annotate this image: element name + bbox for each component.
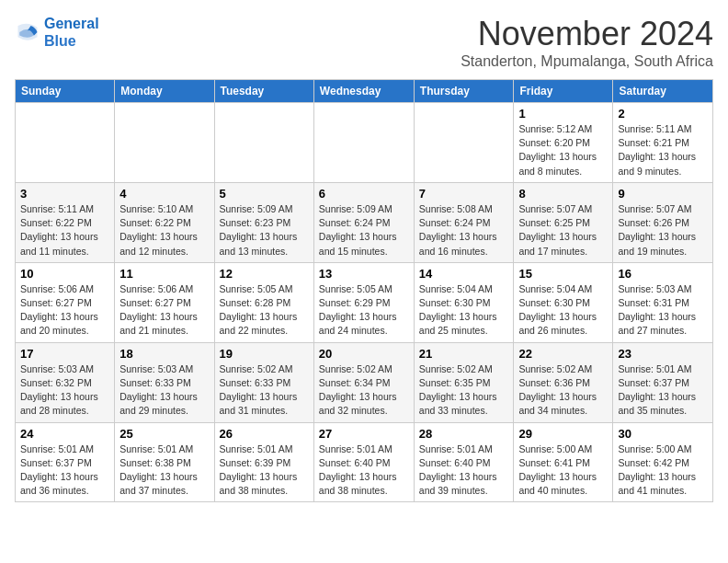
calendar-cell: 20Sunrise: 5:02 AM Sunset: 6:34 PM Dayli… bbox=[313, 342, 414, 422]
calendar-cell: 5Sunrise: 5:09 AM Sunset: 6:23 PM Daylig… bbox=[214, 182, 313, 262]
day-number: 18 bbox=[119, 347, 209, 361]
day-number: 15 bbox=[518, 267, 608, 281]
day-info: Sunrise: 5:09 AM Sunset: 6:24 PM Dayligh… bbox=[319, 202, 409, 259]
weekday-header: Saturday bbox=[613, 80, 713, 103]
day-number: 10 bbox=[20, 267, 109, 281]
day-info: Sunrise: 5:02 AM Sunset: 6:36 PM Dayligh… bbox=[518, 362, 608, 419]
weekday-header: Tuesday bbox=[214, 80, 313, 103]
day-number: 3 bbox=[20, 187, 109, 201]
weekday-header: Sunday bbox=[16, 80, 115, 103]
calendar-table: SundayMondayTuesdayWednesdayThursdayFrid… bbox=[15, 79, 713, 502]
calendar-cell: 2Sunrise: 5:11 AM Sunset: 6:21 PM Daylig… bbox=[613, 103, 713, 183]
day-number: 26 bbox=[220, 427, 309, 441]
month-title: November 2024 bbox=[461, 15, 713, 53]
day-number: 16 bbox=[618, 267, 708, 281]
calendar-cell: 9Sunrise: 5:07 AM Sunset: 6:26 PM Daylig… bbox=[613, 182, 713, 262]
calendar-cell: 6Sunrise: 5:09 AM Sunset: 6:24 PM Daylig… bbox=[313, 182, 414, 262]
day-info: Sunrise: 5:01 AM Sunset: 6:40 PM Dayligh… bbox=[419, 442, 509, 499]
weekday-header: Monday bbox=[115, 80, 214, 103]
day-number: 12 bbox=[220, 267, 309, 281]
day-info: Sunrise: 5:04 AM Sunset: 6:30 PM Dayligh… bbox=[518, 282, 608, 339]
calendar-cell: 25Sunrise: 5:01 AM Sunset: 6:38 PM Dayli… bbox=[115, 422, 214, 502]
day-info: Sunrise: 5:07 AM Sunset: 6:26 PM Dayligh… bbox=[618, 202, 708, 259]
calendar-cell: 12Sunrise: 5:05 AM Sunset: 6:28 PM Dayli… bbox=[214, 262, 313, 342]
calendar-cell bbox=[115, 103, 214, 183]
day-info: Sunrise: 5:02 AM Sunset: 6:34 PM Dayligh… bbox=[319, 362, 409, 419]
day-number: 13 bbox=[319, 267, 409, 281]
day-number: 24 bbox=[20, 427, 109, 441]
day-info: Sunrise: 5:05 AM Sunset: 6:28 PM Dayligh… bbox=[220, 282, 309, 339]
calendar-cell: 29Sunrise: 5:00 AM Sunset: 6:41 PM Dayli… bbox=[514, 422, 613, 502]
calendar-cell: 7Sunrise: 5:08 AM Sunset: 6:24 PM Daylig… bbox=[414, 182, 514, 262]
calendar-cell: 15Sunrise: 5:04 AM Sunset: 6:30 PM Dayli… bbox=[514, 262, 613, 342]
day-number: 1 bbox=[518, 107, 608, 121]
day-info: Sunrise: 5:03 AM Sunset: 6:33 PM Dayligh… bbox=[119, 362, 209, 419]
calendar-header-row: SundayMondayTuesdayWednesdayThursdayFrid… bbox=[16, 80, 713, 103]
logo-line2: Blue bbox=[44, 33, 76, 49]
weekday-header: Thursday bbox=[414, 80, 514, 103]
day-info: Sunrise: 5:01 AM Sunset: 6:37 PM Dayligh… bbox=[618, 362, 708, 419]
calendar-cell: 1Sunrise: 5:12 AM Sunset: 6:20 PM Daylig… bbox=[514, 103, 613, 183]
calendar-cell: 18Sunrise: 5:03 AM Sunset: 6:33 PM Dayli… bbox=[115, 342, 214, 422]
day-info: Sunrise: 5:10 AM Sunset: 6:22 PM Dayligh… bbox=[119, 202, 209, 259]
calendar-cell bbox=[214, 103, 313, 183]
day-info: Sunrise: 5:05 AM Sunset: 6:29 PM Dayligh… bbox=[319, 282, 409, 339]
day-number: 5 bbox=[220, 187, 309, 201]
day-number: 9 bbox=[618, 187, 708, 201]
calendar-cell: 19Sunrise: 5:02 AM Sunset: 6:33 PM Dayli… bbox=[214, 342, 313, 422]
day-number: 28 bbox=[419, 427, 509, 441]
day-info: Sunrise: 5:12 AM Sunset: 6:20 PM Dayligh… bbox=[518, 122, 608, 178]
day-number: 2 bbox=[618, 107, 708, 121]
calendar-week-row: 3Sunrise: 5:11 AM Sunset: 6:22 PM Daylig… bbox=[16, 182, 713, 262]
calendar-cell: 17Sunrise: 5:03 AM Sunset: 6:32 PM Dayli… bbox=[16, 342, 115, 422]
calendar-cell bbox=[313, 103, 414, 183]
calendar-cell bbox=[16, 103, 115, 183]
day-number: 17 bbox=[20, 347, 109, 361]
day-info: Sunrise: 5:06 AM Sunset: 6:27 PM Dayligh… bbox=[20, 282, 109, 339]
calendar-cell: 10Sunrise: 5:06 AM Sunset: 6:27 PM Dayli… bbox=[16, 262, 115, 342]
day-number: 7 bbox=[419, 187, 509, 201]
day-number: 19 bbox=[220, 347, 309, 361]
day-number: 11 bbox=[119, 267, 209, 281]
title-block: November 2024 Standerton, Mpumalanga, So… bbox=[461, 15, 713, 70]
day-info: Sunrise: 5:08 AM Sunset: 6:24 PM Dayligh… bbox=[419, 202, 509, 259]
calendar-week-row: 17Sunrise: 5:03 AM Sunset: 6:32 PM Dayli… bbox=[16, 342, 713, 422]
day-info: Sunrise: 5:03 AM Sunset: 6:31 PM Dayligh… bbox=[618, 282, 708, 339]
calendar-cell: 28Sunrise: 5:01 AM Sunset: 6:40 PM Dayli… bbox=[414, 422, 514, 502]
logo-line1: General bbox=[44, 16, 99, 31]
day-number: 27 bbox=[319, 427, 409, 441]
day-number: 8 bbox=[518, 187, 608, 201]
day-info: Sunrise: 5:01 AM Sunset: 6:40 PM Dayligh… bbox=[319, 442, 409, 499]
day-info: Sunrise: 5:00 AM Sunset: 6:41 PM Dayligh… bbox=[518, 442, 608, 499]
calendar-cell: 22Sunrise: 5:02 AM Sunset: 6:36 PM Dayli… bbox=[514, 342, 613, 422]
day-number: 20 bbox=[319, 347, 409, 361]
weekday-header: Friday bbox=[514, 80, 613, 103]
day-number: 14 bbox=[419, 267, 509, 281]
day-info: Sunrise: 5:09 AM Sunset: 6:23 PM Dayligh… bbox=[220, 202, 309, 259]
calendar-cell: 16Sunrise: 5:03 AM Sunset: 6:31 PM Dayli… bbox=[613, 262, 713, 342]
day-number: 29 bbox=[518, 427, 608, 441]
day-number: 30 bbox=[618, 427, 708, 441]
calendar-cell: 4Sunrise: 5:10 AM Sunset: 6:22 PM Daylig… bbox=[115, 182, 214, 262]
day-number: 6 bbox=[319, 187, 409, 201]
day-number: 25 bbox=[119, 427, 209, 441]
day-info: Sunrise: 5:01 AM Sunset: 6:38 PM Dayligh… bbox=[119, 442, 209, 499]
day-info: Sunrise: 5:03 AM Sunset: 6:32 PM Dayligh… bbox=[20, 362, 109, 419]
calendar-cell: 21Sunrise: 5:02 AM Sunset: 6:35 PM Dayli… bbox=[414, 342, 514, 422]
day-info: Sunrise: 5:07 AM Sunset: 6:25 PM Dayligh… bbox=[518, 202, 608, 259]
calendar-cell: 27Sunrise: 5:01 AM Sunset: 6:40 PM Dayli… bbox=[313, 422, 414, 502]
location-subtitle: Standerton, Mpumalanga, South Africa bbox=[461, 53, 713, 70]
day-info: Sunrise: 5:11 AM Sunset: 6:21 PM Dayligh… bbox=[618, 122, 708, 178]
day-info: Sunrise: 5:02 AM Sunset: 6:35 PM Dayligh… bbox=[419, 362, 509, 419]
calendar-cell: 3Sunrise: 5:11 AM Sunset: 6:22 PM Daylig… bbox=[16, 182, 115, 262]
calendar-cell bbox=[414, 103, 514, 183]
day-info: Sunrise: 5:00 AM Sunset: 6:42 PM Dayligh… bbox=[618, 442, 708, 499]
calendar-cell: 8Sunrise: 5:07 AM Sunset: 6:25 PM Daylig… bbox=[514, 182, 613, 262]
calendar-cell: 13Sunrise: 5:05 AM Sunset: 6:29 PM Dayli… bbox=[313, 262, 414, 342]
calendar-week-row: 1Sunrise: 5:12 AM Sunset: 6:20 PM Daylig… bbox=[16, 103, 713, 183]
day-number: 4 bbox=[119, 187, 209, 201]
day-number: 23 bbox=[618, 347, 708, 361]
logo-text: General Blue bbox=[44, 15, 99, 50]
calendar-cell: 14Sunrise: 5:04 AM Sunset: 6:30 PM Dayli… bbox=[414, 262, 514, 342]
calendar-cell: 26Sunrise: 5:01 AM Sunset: 6:39 PM Dayli… bbox=[214, 422, 313, 502]
